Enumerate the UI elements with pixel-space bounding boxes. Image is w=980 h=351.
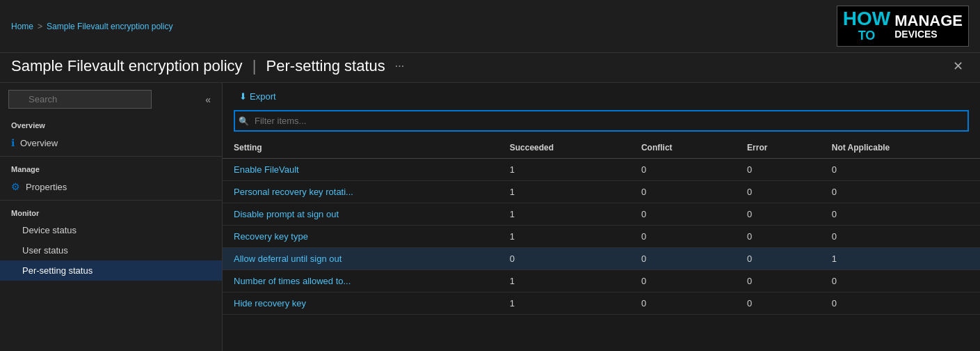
page-title-subtitle: Per-setting status (266, 57, 385, 75)
cell-succeeded: 1 (499, 270, 630, 292)
sidebar-item-per-setting-status[interactable]: Per-setting status (0, 260, 222, 281)
table-row: Enable FileVault1000 (223, 159, 980, 181)
cell-conflict: 0 (630, 292, 736, 315)
breadcrumb-home[interactable]: Home (11, 22, 33, 31)
cell-error: 0 (736, 292, 821, 315)
filter-input-wrapper: 🔍 (234, 110, 969, 132)
cell-not-applicable: 0 (821, 292, 980, 315)
cell-setting[interactable]: Personal recovery key rotati... (223, 181, 499, 203)
search-wrapper: 🔍 (8, 90, 197, 109)
cell-not-applicable: 0 (821, 226, 980, 248)
cell-succeeded: 1 (499, 203, 630, 226)
page-title: Sample Filevault encryption policy | Per… (11, 57, 385, 75)
logo-area: HOW TO MANAGE DEVICES (837, 6, 969, 47)
sidebar-section-manage: Manage (0, 159, 222, 176)
close-button[interactable]: ✕ (947, 57, 969, 75)
table-header-row: Setting Succeeded Conflict Error Not App… (223, 137, 980, 159)
table-row: Number of times allowed to...1000 (223, 270, 980, 292)
filter-bar: 🔍 (223, 110, 980, 137)
cell-conflict: 0 (630, 248, 736, 270)
cell-conflict: 0 (630, 181, 736, 203)
page-title-policy: Sample Filevault encryption policy (11, 57, 243, 75)
export-button[interactable]: ⬇ Export (234, 88, 282, 104)
cell-error: 0 (736, 248, 821, 270)
cell-succeeded: 1 (499, 292, 630, 315)
ellipsis-button[interactable]: ··· (391, 58, 408, 74)
col-error: Error (736, 137, 821, 159)
cell-conflict: 0 (630, 226, 736, 248)
sidebar-item-properties[interactable]: ⚙ Properties (0, 176, 222, 197)
logo-manage: MANAGE (894, 13, 963, 29)
logo-to: TO (858, 29, 876, 43)
table-row: Allow deferral until sign out0001 (223, 248, 980, 270)
logo-box: HOW TO MANAGE DEVICES (837, 6, 969, 47)
cell-setting[interactable]: Disable prompt at sign out (223, 203, 499, 226)
table-row: Hide recovery key1000 (223, 292, 980, 315)
sidebar-section-monitor: Monitor (0, 203, 222, 220)
cell-not-applicable: 0 (821, 203, 980, 226)
col-succeeded: Succeeded (499, 137, 630, 159)
content-area: ⬇ Export 🔍 Setting Succeeded Conflict Er… (223, 83, 980, 351)
cell-succeeded: 1 (499, 181, 630, 203)
breadcrumb-separator: > (38, 22, 42, 31)
sidebar-label-overview: Overview (20, 138, 58, 148)
col-setting: Setting (223, 137, 499, 159)
cell-setting[interactable]: Hide recovery key (223, 292, 499, 315)
sidebar-label-properties: Properties (26, 182, 67, 192)
properties-icon: ⚙ (11, 181, 20, 192)
export-icon: ⬇ (239, 91, 247, 102)
cell-not-applicable: 0 (821, 270, 980, 292)
sidebar-label-device-status: Device status (22, 225, 77, 235)
table-row: Disable prompt at sign out1000 (223, 203, 980, 226)
top-bar: Home > Sample Filevault encryption polic… (0, 0, 980, 53)
cell-succeeded: 0 (499, 248, 630, 270)
sidebar-section-overview: Overview (0, 116, 222, 132)
sidebar-item-device-status[interactable]: Device status (0, 220, 222, 240)
cell-error: 0 (736, 226, 821, 248)
col-not-applicable: Not Applicable (821, 137, 980, 159)
info-icon: ℹ (11, 137, 15, 148)
settings-table: Setting Succeeded Conflict Error Not App… (223, 137, 980, 315)
search-input[interactable] (8, 90, 152, 109)
breadcrumb-policy[interactable]: Sample Filevault encryption policy (47, 22, 172, 31)
col-conflict: Conflict (630, 137, 736, 159)
sidebar-search-row: 🔍 « (0, 83, 222, 116)
filter-icon: 🔍 (239, 116, 249, 126)
sidebar-label-per-setting-status: Per-setting status (22, 265, 93, 276)
logo-how: HOW (843, 9, 890, 29)
cell-error: 0 (736, 181, 821, 203)
data-table: Setting Succeeded Conflict Error Not App… (223, 137, 980, 351)
sidebar-item-overview[interactable]: ℹ Overview (0, 132, 222, 153)
table-row: Recovery key type1000 (223, 226, 980, 248)
export-label: Export (250, 91, 276, 102)
sidebar: 🔍 « Overview ℹ Overview Manage ⚙ Propert… (0, 83, 223, 351)
sidebar-divider-2 (0, 200, 222, 201)
sidebar-item-user-status[interactable]: User status (0, 240, 222, 260)
toolbar: ⬇ Export (223, 83, 980, 110)
cell-succeeded: 1 (499, 226, 630, 248)
breadcrumb: Home > Sample Filevault encryption polic… (11, 22, 172, 31)
cell-setting[interactable]: Allow deferral until sign out (223, 248, 499, 270)
sidebar-label-user-status: User status (22, 245, 68, 256)
title-separator: | (252, 57, 257, 75)
cell-error: 0 (736, 270, 821, 292)
cell-error: 0 (736, 203, 821, 226)
cell-conflict: 0 (630, 159, 736, 181)
cell-not-applicable: 0 (821, 181, 980, 203)
table-row: Personal recovery key rotati...1000 (223, 181, 980, 203)
cell-not-applicable: 0 (821, 159, 980, 181)
collapse-button[interactable]: « (202, 93, 214, 107)
page-title-bar: Sample Filevault encryption policy | Per… (0, 53, 980, 83)
cell-error: 0 (736, 159, 821, 181)
cell-conflict: 0 (630, 203, 736, 226)
cell-not-applicable: 1 (821, 248, 980, 270)
filter-input[interactable] (234, 110, 969, 132)
table-header: Setting Succeeded Conflict Error Not App… (223, 137, 980, 159)
table-body: Enable FileVault1000Personal recovery ke… (223, 159, 980, 315)
sidebar-divider-1 (0, 156, 222, 157)
cell-succeeded: 1 (499, 159, 630, 181)
cell-setting[interactable]: Number of times allowed to... (223, 270, 499, 292)
cell-setting[interactable]: Enable FileVault (223, 159, 499, 181)
cell-setting[interactable]: Recovery key type (223, 226, 499, 248)
logo-devices: DEVICES (894, 29, 937, 40)
